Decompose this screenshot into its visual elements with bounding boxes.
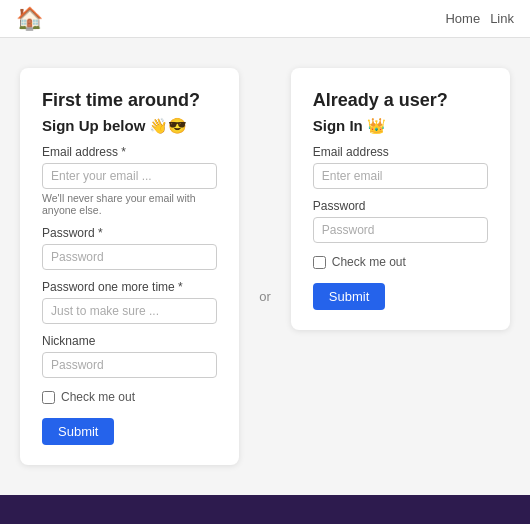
signup-email-input[interactable]	[42, 163, 217, 189]
signin-password-input[interactable]	[313, 217, 488, 243]
signup-check-label: Check me out	[61, 390, 135, 404]
navbar-link-link[interactable]: Link	[490, 11, 514, 26]
signin-card: Already a user? Sign In 👑 Email address …	[291, 68, 510, 330]
signup-nickname-label: Nickname	[42, 334, 217, 348]
signup-password-input[interactable]	[42, 244, 217, 270]
signin-checkbox[interactable]	[313, 256, 326, 269]
signup-confirm-label: Password one more time *	[42, 280, 217, 294]
signin-email-label: Email address	[313, 145, 488, 159]
navbar: 🏠 Home Link	[0, 0, 530, 38]
signin-title: Already a user?	[313, 90, 488, 111]
or-divider: or	[259, 229, 271, 304]
signup-checkbox[interactable]	[42, 391, 55, 404]
brand-icon: 🏠	[16, 6, 43, 32]
footer-section: Find me on: in Have something on your mi…	[0, 495, 530, 524]
signin-checkbox-row: Check me out	[313, 255, 488, 269]
signup-email-note: We'll never share your email with anyone…	[42, 192, 217, 216]
signin-password-label: Password	[313, 199, 488, 213]
signup-title: First time around?	[42, 90, 217, 111]
signup-submit-button[interactable]: Submit	[42, 418, 114, 445]
navbar-links: Home Link	[445, 11, 514, 26]
signin-email-input[interactable]	[313, 163, 488, 189]
navbar-home-link[interactable]: Home	[445, 11, 480, 26]
signup-card: First time around? Sign Up below 👋😎 Emai…	[20, 68, 239, 465]
signup-confirm-input[interactable]	[42, 298, 217, 324]
signin-subtitle: Sign In 👑	[313, 117, 488, 135]
signin-submit-button[interactable]: Submit	[313, 283, 385, 310]
signin-check-label: Check me out	[332, 255, 406, 269]
signup-email-label: Email address *	[42, 145, 217, 159]
signup-nickname-input[interactable]	[42, 352, 217, 378]
signup-subtitle: Sign Up below 👋😎	[42, 117, 217, 135]
signup-password-label: Password *	[42, 226, 217, 240]
main-section: First time around? Sign Up below 👋😎 Emai…	[0, 38, 530, 495]
signup-checkbox-row: Check me out	[42, 390, 217, 404]
